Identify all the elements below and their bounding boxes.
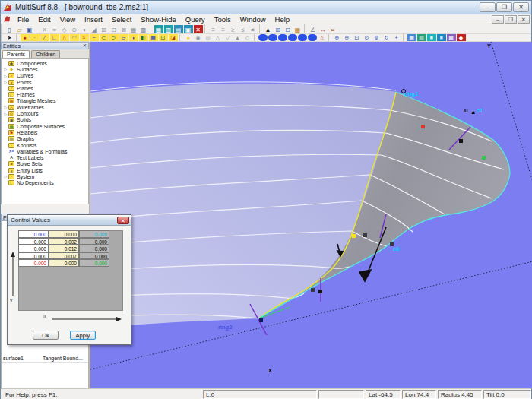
insert-entity-icon[interactable]: ⊠ — [119, 25, 128, 33]
select-next-icon[interactable]: ≥ — [229, 25, 238, 33]
new-file-icon[interactable]: ▯ — [5, 25, 14, 33]
control-point-marker[interactable] — [401, 89, 406, 93]
hide-selected-icon[interactable]: ◎ — [204, 34, 213, 41]
zoom-in-icon[interactable]: ⊕ — [333, 34, 342, 41]
expander-icon[interactable]: ▷ — [3, 80, 8, 84]
projected-point-icon[interactable]: · — [30, 34, 40, 41]
conic-create-icon[interactable]: ◠ — [70, 34, 79, 41]
polyline-create-icon[interactable]: ∟ — [50, 34, 59, 41]
select-parents-icon[interactable]: ≡ — [209, 25, 218, 33]
child-close-button[interactable]: ✕ — [518, 15, 530, 24]
control-value-cell-r2-c2[interactable]: 0.000 — [79, 245, 109, 252]
wireframe-mode-icon[interactable]: ▦ — [407, 34, 416, 41]
export-image-icon[interactable]: ▣ — [184, 25, 193, 33]
lamp-icon[interactable]: ● — [184, 34, 193, 41]
tree-item-planes[interactable]: ∕Planes — [2, 85, 88, 91]
point-create-icon[interactable]: ● — [21, 34, 30, 41]
expander-icon[interactable]: ▷ — [3, 74, 8, 78]
tree-item-solve-sets[interactable]: =Solve Sets — [2, 161, 88, 167]
bspline-curve-icon[interactable]: ≈ — [80, 34, 89, 41]
minimize-button[interactable]: – — [480, 2, 496, 12]
control-value-cell-r2-c1[interactable]: 0.012 — [49, 245, 79, 252]
line-create-icon[interactable]: ∕ — [40, 34, 49, 41]
menu-edit[interactable]: Edit — [33, 15, 55, 24]
control-value-cell-r0-c0[interactable]: 0.000 — [18, 230, 49, 238]
control-point-marker[interactable] — [482, 156, 486, 160]
expander-icon[interactable]: ▷ — [3, 105, 8, 109]
apply-button[interactable]: Apply — [70, 331, 96, 340]
body-plan-view-icon[interactable] — [308, 34, 317, 41]
show-parents-icon[interactable]: △ — [214, 34, 223, 41]
close-model-icon[interactable]: ✕ — [194, 25, 203, 33]
select-prev-icon[interactable]: ≤ — [239, 25, 248, 33]
tree-item-surfaces[interactable]: ▷◆Surfaces — [2, 66, 88, 72]
control-value-cell-r2-c0[interactable]: 0.000 — [18, 245, 49, 252]
model-viewport[interactable]: ring1u▲c1c0ring2YX — [90, 42, 532, 388]
blend-surface-icon[interactable]: ◧ — [139, 34, 148, 41]
entities-close-icon[interactable]: ✕ — [83, 43, 87, 49]
tile-windows-icon[interactable]: ▥ — [164, 25, 173, 33]
ok-button[interactable]: Ok — [33, 331, 59, 340]
rotate-entity-icon[interactable]: ⊙ — [70, 25, 79, 33]
sub-surface-icon[interactable]: ⊡ — [159, 34, 168, 41]
control-point-marker[interactable] — [311, 288, 315, 292]
control-value-cell-r4-c1[interactable]: 0.000 — [49, 259, 79, 267]
menu-view[interactable]: View — [55, 15, 80, 24]
control-value-cell-r4-c0[interactable]: 0.000 — [18, 259, 49, 267]
control-value-cell-r3-c2[interactable]: 0.000 — [79, 252, 109, 260]
home-view-icon[interactable]: ⌂ — [318, 34, 327, 41]
tab-parents[interactable]: Parents — [2, 50, 30, 58]
control-value-cell-r3-c0[interactable]: 0.000 — [18, 252, 49, 260]
tree-item-graphs[interactable]: ▥Graphs — [2, 136, 88, 142]
child-minimize-button[interactable]: – — [492, 15, 504, 24]
control-point-marker[interactable] — [318, 290, 322, 293]
select-arrow-icon[interactable]: ▲ — [264, 25, 273, 33]
control-value-cell-r1-c1[interactable]: 0.002 — [49, 238, 79, 245]
move-point-icon[interactable]: ≈ — [50, 25, 59, 33]
copy-entity-icon[interactable]: ◇ — [60, 25, 69, 33]
snap-grid-icon[interactable]: ⊞ — [274, 25, 283, 33]
tree-item-no-dependents[interactable]: ∟No Dependents — [2, 180, 88, 186]
control-value-cell-r1-c0[interactable]: 0.000 — [18, 238, 49, 245]
menu-file[interactable]: File — [13, 15, 33, 24]
menu-show-hide[interactable]: Show-Hide — [136, 15, 180, 24]
expander-icon[interactable]: ▷ — [3, 112, 8, 116]
menu-help[interactable]: Help — [271, 15, 295, 24]
control-value-cell-r4-c2[interactable]: 0.000 — [79, 259, 109, 267]
control-point-marker[interactable] — [363, 233, 367, 237]
show-children-icon[interactable]: ▽ — [223, 34, 233, 41]
control-point-marker[interactable] — [421, 125, 425, 128]
plan-view-icon[interactable] — [298, 34, 307, 41]
dialog-title-bar[interactable]: Control Values ✕ — [8, 215, 131, 226]
texture-mode-icon[interactable]: ▩ — [447, 34, 456, 41]
control-point-marker[interactable] — [259, 318, 263, 322]
relabel-icon[interactable]: ▦ — [129, 25, 138, 33]
control-point-marker[interactable] — [390, 242, 394, 246]
project-entity-icon[interactable]: ⊞ — [100, 25, 109, 33]
hide-others-icon[interactable]: ▲ — [233, 34, 242, 41]
restore-button[interactable]: ❐ — [496, 2, 512, 12]
control-value-cell-r3-c1[interactable]: 0.007 — [49, 252, 79, 260]
expander-icon[interactable]: ▷ — [3, 67, 8, 71]
control-value-cell-r1-c2[interactable]: 0.000 — [79, 238, 109, 245]
select-children-icon[interactable]: ≡ — [219, 25, 228, 33]
tree-item-components[interactable]: ✚Components — [2, 60, 88, 66]
zoom-window-icon[interactable]: ⊡ — [353, 34, 362, 41]
edit-definition-icon[interactable]: ▩ — [139, 25, 148, 33]
show-all-icon[interactable]: ◇ — [243, 34, 252, 41]
offset-measure-icon[interactable]: ≍ — [328, 25, 337, 33]
tree-item-system[interactable]: ▷*System — [2, 173, 88, 179]
dimension-icon[interactable]: ↔ — [318, 25, 328, 33]
zoom-out-icon[interactable]: ⊖ — [343, 34, 352, 41]
hidden-line-mode-icon[interactable]: ▥ — [417, 34, 426, 41]
menu-window[interactable]: Window — [236, 15, 271, 24]
tree-item-contours[interactable]: ▷◎Contours — [2, 110, 88, 116]
dialog-close-icon[interactable]: ✕ — [117, 217, 129, 224]
tab-children[interactable]: Children — [31, 50, 60, 58]
stop-render-icon[interactable]: ◆ — [457, 34, 466, 41]
tree-item-knotlists[interactable]: ∴Knotlists — [2, 142, 88, 148]
tree-item-solids[interactable]: ▣Solids — [2, 117, 88, 123]
menu-tools[interactable]: Tools — [210, 15, 236, 24]
tree-item-variables-formulas[interactable]: X=Variables & Formulas — [2, 148, 88, 154]
tree-item-curves[interactable]: ▷≈Curves — [2, 73, 88, 79]
